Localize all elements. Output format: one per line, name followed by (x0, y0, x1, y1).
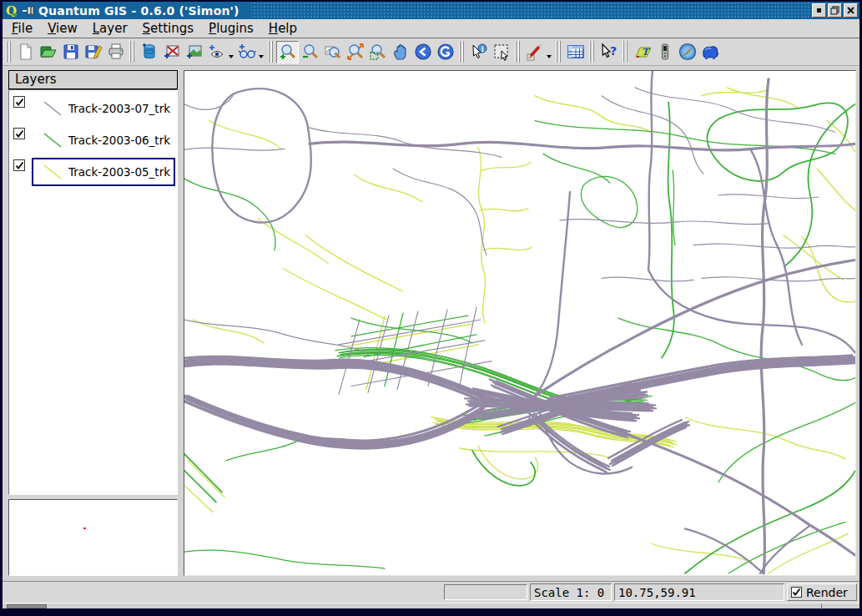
add-raster-layer-button[interactable] (183, 41, 205, 63)
menu-plugins[interactable]: Plugins (201, 19, 261, 38)
label-tool-button[interactable]: T (631, 41, 653, 63)
compass-tool-icon (678, 43, 697, 61)
layer-entry[interactable]: Track-2003-07_trk (32, 94, 175, 123)
print-button[interactable] (104, 41, 127, 63)
toolbar-handle-plugins[interactable] (623, 41, 628, 63)
sticky-pin-icon[interactable] (22, 4, 35, 17)
menu-bar: FileViewLayerSettingsPluginsHelp (3, 19, 859, 38)
zoom-full-extent-button[interactable] (321, 41, 344, 63)
identify-button[interactable]: i (467, 41, 490, 63)
layers-list[interactable]: Track-2003-07_trkTrack-2003-06_trkTrack-… (8, 89, 178, 495)
maximize-button[interactable] (828, 3, 842, 18)
layer-item[interactable]: Track-2003-07_trk (9, 93, 177, 124)
progress-bar (444, 584, 527, 600)
save-project-icon (62, 43, 80, 61)
compass-tool-button[interactable] (676, 41, 698, 63)
save-project-as-button[interactable] (82, 41, 104, 63)
render-checkbox[interactable] (791, 587, 802, 598)
coordinate-display: 10.75,59.91 (614, 583, 784, 601)
overview-map-panel[interactable] (8, 499, 178, 576)
map-canvas[interactable] (184, 70, 856, 576)
layers-panel-header[interactable]: Layers (8, 70, 178, 89)
save-project-button[interactable] (59, 41, 82, 63)
new-project-button[interactable] (14, 41, 37, 63)
zoom-previous-button[interactable] (411, 41, 434, 63)
refresh-button[interactable] (434, 41, 456, 63)
open-project-button[interactable] (37, 41, 59, 63)
toolbar-handle-attributes[interactable] (459, 41, 465, 63)
new-overview-button[interactable] (235, 41, 258, 63)
main-area: Layers Track-2003-07_trkTrack-2003-06_tr… (3, 66, 859, 581)
toolbar-handle-file[interactable] (6, 41, 12, 63)
toolbar-handle-add-layers[interactable] (129, 41, 135, 63)
render-label: Render (806, 586, 848, 599)
layer-line-symbol (40, 98, 65, 119)
zoom-in-icon (279, 43, 297, 61)
layer-item[interactable]: Track-2003-06_trk (9, 124, 177, 156)
gps-tool-icon (656, 43, 674, 61)
toolbar-handle-measure[interactable] (515, 41, 521, 63)
layer-visibility-checkbox[interactable] (13, 128, 25, 139)
title-bar-left: Q Quantum GIS - 0.6.0 ('Simon') (3, 2, 251, 19)
add-postgis-layer-button[interactable] (138, 41, 160, 63)
gpx-importer-button[interactable] (698, 41, 721, 63)
layer-line-symbol (40, 162, 65, 182)
menu-file[interactable]: File (4, 19, 40, 38)
render-toggle[interactable]: Render (787, 583, 857, 601)
toolbar-handle-table[interactable] (556, 41, 562, 63)
gps-tracks-rendering (184, 71, 855, 575)
whats-this-icon: ? (600, 43, 618, 61)
track-2003-07-paths (184, 71, 855, 573)
toolbar-handle-help[interactable] (589, 41, 595, 63)
title-bar-texture (251, 2, 810, 19)
vertical-splitter[interactable] (178, 70, 184, 576)
pan-button[interactable] (389, 41, 411, 63)
dropdown-arrow-icon[interactable] (229, 55, 234, 58)
zoom-last-button[interactable] (366, 41, 389, 63)
gps-tool-button[interactable] (653, 41, 676, 63)
add-postgis-layer-icon (140, 43, 159, 61)
menu-view[interactable]: View (40, 19, 85, 38)
zoom-to-selection-button[interactable] (344, 41, 366, 63)
resize-grip[interactable] (7, 604, 47, 608)
menu-settings[interactable]: Settings (135, 19, 202, 38)
layer-entry[interactable]: Track-2003-06_trk (32, 126, 175, 154)
select-features-button[interactable] (490, 41, 512, 63)
add-vector-layer-icon (163, 43, 181, 61)
application-window: Q Quantum GIS - 0.6.0 ('Simon') (0, 0, 862, 616)
dropdown-arrow-icon[interactable] (259, 55, 264, 58)
label-tool-icon: T (633, 43, 652, 61)
toolbar-handle-navigation[interactable] (268, 41, 274, 63)
attribute-table-button[interactable] (564, 41, 587, 63)
toolbar: i?T (3, 38, 859, 66)
status-bar: Scale 1: 0 10.75,59.91 Render (3, 581, 859, 603)
pan-icon (391, 43, 410, 61)
zoom-in-button[interactable] (276, 41, 299, 63)
menu-layer[interactable]: Layer (85, 19, 135, 38)
close-button[interactable] (844, 3, 858, 18)
zoom-last-icon (369, 43, 387, 61)
close-icon (846, 6, 855, 15)
save-project-as-icon (84, 43, 103, 61)
layer-item[interactable]: Track-2003-05_trk (9, 156, 177, 188)
track-2003-06-paths (184, 103, 855, 573)
zoom-out-button[interactable] (299, 41, 321, 63)
dropdown-arrow-icon[interactable] (547, 55, 552, 58)
add-raster-layer-icon (185, 43, 204, 61)
whats-this-button[interactable]: ? (597, 41, 620, 63)
measure-button[interactable] (523, 41, 546, 63)
layer-entry[interactable]: Track-2003-05_trk (32, 158, 175, 186)
add-vector-layer-button[interactable] (160, 41, 183, 63)
window-frame-bottom[interactable] (3, 603, 859, 608)
new-view-button[interactable] (205, 41, 228, 63)
identify-icon: i (470, 43, 488, 61)
attribute-table-icon (567, 43, 585, 61)
title-bar[interactable]: Q Quantum GIS - 0.6.0 ('Simon') (3, 2, 859, 19)
menu-help[interactable]: Help (261, 19, 305, 38)
layer-visibility-checkbox[interactable] (13, 159, 25, 171)
qgis-logo-icon: Q (5, 4, 18, 17)
layer-label: Track-2003-05_trk (68, 165, 170, 179)
layer-visibility-checkbox[interactable] (13, 96, 25, 108)
window-title: Quantum GIS - 0.6.0 ('Simon') (38, 4, 239, 18)
minimize-button[interactable] (812, 3, 826, 18)
